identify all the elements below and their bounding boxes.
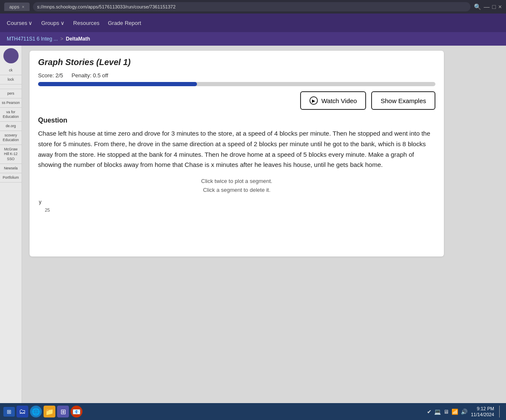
start-icon: ⊞ [7,409,11,415]
y-axis-label: y [39,199,41,205]
taskbar-system-icons: ✔ 💻 🖥 📶 🔊 [427,409,468,415]
show-examples-label: Show Examples [380,97,426,104]
question-heading: Question [38,117,435,124]
sidebar-item-10[interactable]: Portfolium [0,173,22,183]
score-label: Score: 2/5 [38,72,63,79]
browser-bar: apps × s://mnps.schoology.com/apps/51761… [0,0,506,14]
sidebar-item-3[interactable]: pers [0,89,22,98]
schoology-nav: Courses ∨ Groups ∨ Resources Grade Repor… [0,14,506,32]
courses-chevron: ∨ [28,20,33,26]
search-icon[interactable]: 🔍 [474,3,481,10]
taskbar-right: ✔ 💻 🖥 📶 🔊 9:12 PM 11/14/2024 [427,406,503,418]
instruction-line-1: Click twice to plot a segment. [38,177,435,186]
browser-controls: 🔍 — □ × [474,3,502,10]
score-row: Score: 2/5 Penalty: 0.5 off [38,72,435,79]
taskbar-date-value: 11/14/2024 [471,412,494,417]
volume-icon: 🔊 [461,409,468,415]
courses-label: Courses [7,20,27,26]
taskbar-app-1[interactable]: 🗂 [16,406,28,417]
tab-close-button[interactable]: × [22,5,25,9]
y-tick-25: 25 [45,207,50,213]
sidebar-item-6[interactable]: de.org [0,122,22,131]
network-icon: 💻 [434,409,441,415]
question-body: Chase left his house at time zero and dr… [38,130,430,168]
progress-fill [38,82,197,86]
taskbar-clock: 9:12 PM 11/14/2024 [471,406,494,418]
progress-bar-container [38,82,435,86]
video-circle-icon: ▶ [309,96,318,105]
wifi-icon: 📶 [451,409,458,415]
taskbar-app-4[interactable]: ⊞ [57,406,69,417]
breadcrumb-current: DeltaMath [66,36,90,42]
taskbar: ⊞ 🗂 🌐 📁 ⊞ 📧 ✔ 💻 🖥 📶 🔊 9:12 PM 11/14/2024 [0,403,506,420]
grade-report-label: Grade Report [108,20,141,26]
nav-courses[interactable]: Courses ∨ [7,20,33,26]
penalty-label: Penalty: 0.5 off [71,72,108,79]
resources-label: Resources [73,20,99,26]
buttons-row: ▶ Watch Video Show Examples [38,91,435,110]
nav-groups[interactable]: Groups ∨ [41,20,65,26]
watch-video-button[interactable]: ▶ Watch Video [300,91,366,110]
instruction-line-2: Click a segment to delete it. [38,186,435,195]
content-card: Graph Stories (Level 1) Score: 2/5 Penal… [30,51,444,256]
sidebar-item-2[interactable] [0,85,22,89]
taskbar-app-3[interactable]: 📁 [44,406,55,417]
url-bar[interactable]: s://mnps.schoology.com/apps/5176113033/r… [33,2,471,11]
groups-chevron: ∨ [60,20,65,26]
sidebar-item-4[interactable]: ss Pearson [0,98,22,108]
nav-resources[interactable]: Resources [73,20,99,26]
display-icon: 🖥 [443,409,449,415]
browser-tab[interactable]: apps × [4,3,30,11]
breadcrumb-course[interactable]: MTH4711S1 6 Integ ... [7,36,58,42]
taskbar-start-button[interactable]: ⊞ [3,407,15,417]
sidebar-item-9[interactable]: Newsela [0,164,22,173]
minimize-icon[interactable]: — [484,3,490,10]
watch-video-label: Watch Video [321,97,357,104]
left-sidebar: ck lock pers ss Pearson va for Education… [0,46,22,403]
show-examples-button[interactable]: Show Examples [371,91,435,110]
nav-grade-report[interactable]: Grade Report [108,20,141,26]
graph-area[interactable]: y 25 [38,199,435,250]
check-icon: ✔ [427,409,432,415]
url-text: s://mnps.schoology.com/apps/5176113033/r… [37,4,176,9]
maximize-icon[interactable]: □ [492,3,495,10]
taskbar-app-2[interactable]: 🌐 [30,406,42,417]
sidebar-item-5[interactable]: va for Education [0,108,22,122]
show-desktop-button[interactable] [499,406,503,417]
sidebar-item-7[interactable]: scovery Education [0,131,22,145]
question-text: Chase left his house at time zero and dr… [38,128,435,170]
page-title: Graph Stories (Level 1) [38,57,435,67]
sidebar-item-8[interactable]: McGraw Hill K-12 SSO [0,145,22,164]
breadcrumb: MTH4711S1 6 Integ ... > DeltaMath [0,32,506,46]
sidebar-item-0[interactable]: ck [0,66,22,75]
groups-label: Groups [41,20,59,26]
graph-instruction: Click twice to plot a segment. Click a s… [38,177,435,195]
taskbar-time-value: 9:12 PM [471,406,494,412]
main-content: Graph Stories (Level 1) Score: 2/5 Penal… [0,46,506,403]
close-icon[interactable]: × [498,3,502,10]
tab-label: apps [9,4,19,9]
sidebar-item-1[interactable]: lock [0,75,22,85]
taskbar-app-5[interactable]: 📧 [71,406,82,417]
breadcrumb-separator: > [60,36,63,42]
user-avatar [3,48,19,63]
